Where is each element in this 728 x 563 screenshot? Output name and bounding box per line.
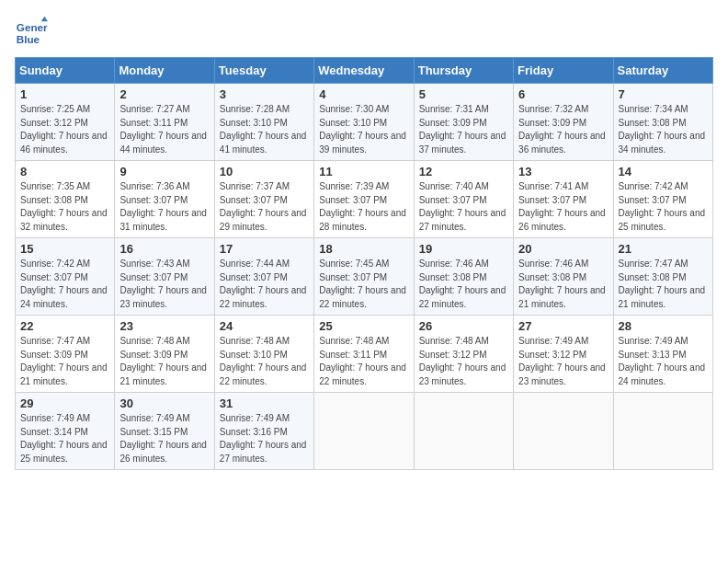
weekday-header: Thursday (414, 58, 513, 84)
calendar-cell: 7 Sunrise: 7:34 AMSunset: 3:08 PMDayligh… (613, 84, 712, 161)
day-info: Sunrise: 7:36 AMSunset: 3:07 PMDaylight:… (119, 181, 207, 232)
day-info: Sunrise: 7:49 AMSunset: 3:12 PMDaylight:… (518, 336, 606, 386)
day-number: 16 (119, 242, 209, 256)
day-info: Sunrise: 7:27 AMSunset: 3:11 PMDaylight:… (119, 104, 207, 155)
day-number: 3 (220, 87, 309, 101)
day-number: 28 (619, 319, 708, 333)
calendar-week-row: 1 Sunrise: 7:25 AMSunset: 3:12 PMDayligh… (16, 84, 713, 161)
calendar-cell: 10 Sunrise: 7:37 AMSunset: 3:07 PMDaylig… (214, 161, 313, 238)
calendar-cell: 18 Sunrise: 7:45 AMSunset: 3:07 PMDaylig… (314, 238, 414, 316)
weekday-header: Saturday (613, 58, 712, 84)
day-number: 26 (419, 319, 508, 333)
calendar-cell: 24 Sunrise: 7:48 AMSunset: 3:10 PMDaylig… (214, 316, 313, 393)
day-number: 23 (119, 319, 209, 333)
calendar-week-row: 8 Sunrise: 7:35 AMSunset: 3:08 PMDayligh… (16, 161, 713, 238)
day-number: 17 (220, 242, 309, 256)
calendar-cell: 26 Sunrise: 7:48 AMSunset: 3:12 PMDaylig… (414, 316, 513, 393)
day-info: Sunrise: 7:48 AMSunset: 3:10 PMDaylight:… (220, 336, 307, 386)
day-number: 11 (319, 165, 408, 178)
calendar-cell: 12 Sunrise: 7:40 AMSunset: 3:07 PMDaylig… (414, 161, 513, 238)
day-number: 4 (319, 87, 408, 101)
day-info: Sunrise: 7:49 AMSunset: 3:15 PMDaylight:… (119, 413, 207, 464)
day-number: 30 (119, 396, 209, 410)
calendar-week-row: 29 Sunrise: 7:49 AMSunset: 3:14 PMDaylig… (16, 393, 713, 470)
day-number: 6 (518, 87, 608, 101)
day-number: 15 (20, 242, 109, 256)
day-info: Sunrise: 7:46 AMSunset: 3:08 PMDaylight:… (518, 259, 606, 309)
day-info: Sunrise: 7:39 AMSunset: 3:07 PMDaylight:… (319, 181, 406, 232)
day-number: 2 (119, 87, 209, 101)
day-number: 21 (619, 242, 708, 256)
weekday-header: Tuesday (214, 58, 313, 84)
day-number: 29 (20, 396, 109, 410)
day-info: Sunrise: 7:48 AMSunset: 3:12 PMDaylight:… (419, 336, 506, 386)
day-info: Sunrise: 7:43 AMSunset: 3:07 PMDaylight:… (119, 259, 207, 309)
calendar-cell (514, 393, 613, 470)
calendar-cell: 30 Sunrise: 7:49 AMSunset: 3:15 PMDaylig… (115, 393, 214, 470)
calendar-cell: 14 Sunrise: 7:42 AMSunset: 3:07 PMDaylig… (613, 161, 712, 238)
weekday-header: Monday (115, 58, 214, 84)
calendar-table: SundayMondayTuesdayWednesdayThursdayFrid… (15, 57, 713, 470)
day-info: Sunrise: 7:44 AMSunset: 3:07 PMDaylight:… (220, 259, 307, 309)
calendar-cell: 4 Sunrise: 7:30 AMSunset: 3:10 PMDayligh… (314, 84, 414, 161)
day-number: 14 (619, 165, 708, 178)
calendar-cell: 27 Sunrise: 7:49 AMSunset: 3:12 PMDaylig… (514, 316, 613, 393)
day-info: Sunrise: 7:45 AMSunset: 3:07 PMDaylight:… (319, 259, 406, 309)
calendar-cell (613, 393, 712, 470)
svg-marker-2 (41, 17, 48, 21)
day-info: Sunrise: 7:49 AMSunset: 3:16 PMDaylight:… (220, 413, 307, 464)
calendar-cell: 19 Sunrise: 7:46 AMSunset: 3:08 PMDaylig… (414, 238, 513, 316)
day-number: 13 (518, 165, 608, 178)
calendar-cell: 11 Sunrise: 7:39 AMSunset: 3:07 PMDaylig… (314, 161, 414, 238)
day-number: 20 (518, 242, 608, 256)
day-number: 1 (20, 87, 109, 101)
logo: General Blue (15, 15, 51, 48)
day-number: 19 (419, 242, 508, 256)
day-info: Sunrise: 7:49 AMSunset: 3:14 PMDaylight:… (20, 413, 108, 464)
calendar-cell: 13 Sunrise: 7:41 AMSunset: 3:07 PMDaylig… (514, 161, 613, 238)
calendar-cell: 29 Sunrise: 7:49 AMSunset: 3:14 PMDaylig… (16, 393, 115, 470)
weekday-header: Friday (514, 58, 613, 84)
calendar-cell: 15 Sunrise: 7:42 AMSunset: 3:07 PMDaylig… (16, 238, 115, 316)
svg-text:General: General (17, 21, 48, 33)
day-info: Sunrise: 7:47 AMSunset: 3:09 PMDaylight:… (20, 336, 108, 386)
calendar-cell: 17 Sunrise: 7:44 AMSunset: 3:07 PMDaylig… (214, 238, 313, 316)
weekday-header: Sunday (16, 58, 115, 84)
day-number: 9 (119, 165, 209, 178)
day-info: Sunrise: 7:31 AMSunset: 3:09 PMDaylight:… (419, 104, 506, 155)
day-info: Sunrise: 7:46 AMSunset: 3:08 PMDaylight:… (419, 259, 506, 309)
day-number: 5 (419, 87, 508, 101)
calendar-cell (414, 393, 513, 470)
calendar-cell: 6 Sunrise: 7:32 AMSunset: 3:09 PMDayligh… (514, 84, 613, 161)
calendar-cell: 9 Sunrise: 7:36 AMSunset: 3:07 PMDayligh… (115, 161, 214, 238)
calendar-cell: 21 Sunrise: 7:47 AMSunset: 3:08 PMDaylig… (613, 238, 712, 316)
day-info: Sunrise: 7:49 AMSunset: 3:13 PMDaylight:… (619, 336, 706, 386)
day-info: Sunrise: 7:41 AMSunset: 3:07 PMDaylight:… (518, 181, 606, 232)
svg-text:Blue: Blue (17, 33, 40, 45)
day-number: 27 (518, 319, 608, 333)
day-number: 12 (419, 165, 508, 178)
day-info: Sunrise: 7:28 AMSunset: 3:10 PMDaylight:… (220, 104, 307, 155)
calendar-body: 1 Sunrise: 7:25 AMSunset: 3:12 PMDayligh… (16, 84, 713, 470)
calendar-cell: 23 Sunrise: 7:48 AMSunset: 3:09 PMDaylig… (115, 316, 214, 393)
day-info: Sunrise: 7:47 AMSunset: 3:08 PMDaylight:… (619, 259, 706, 309)
day-number: 24 (220, 319, 309, 333)
calendar-header-row: SundayMondayTuesdayWednesdayThursdayFrid… (16, 58, 713, 84)
day-info: Sunrise: 7:42 AMSunset: 3:07 PMDaylight:… (619, 181, 706, 232)
calendar-cell: 16 Sunrise: 7:43 AMSunset: 3:07 PMDaylig… (115, 238, 214, 316)
weekday-header: Wednesday (314, 58, 414, 84)
calendar-cell (314, 393, 414, 470)
calendar-week-row: 22 Sunrise: 7:47 AMSunset: 3:09 PMDaylig… (16, 316, 713, 393)
calendar-cell: 5 Sunrise: 7:31 AMSunset: 3:09 PMDayligh… (414, 84, 513, 161)
header: General Blue (15, 15, 713, 48)
calendar-cell: 22 Sunrise: 7:47 AMSunset: 3:09 PMDaylig… (16, 316, 115, 393)
calendar-cell: 25 Sunrise: 7:48 AMSunset: 3:11 PMDaylig… (314, 316, 414, 393)
day-info: Sunrise: 7:32 AMSunset: 3:09 PMDaylight:… (518, 104, 606, 155)
day-info: Sunrise: 7:48 AMSunset: 3:11 PMDaylight:… (319, 336, 406, 386)
calendar-cell: 20 Sunrise: 7:46 AMSunset: 3:08 PMDaylig… (514, 238, 613, 316)
day-number: 25 (319, 319, 408, 333)
day-info: Sunrise: 7:34 AMSunset: 3:08 PMDaylight:… (619, 104, 706, 155)
calendar-week-row: 15 Sunrise: 7:42 AMSunset: 3:07 PMDaylig… (16, 238, 713, 316)
calendar-cell: 1 Sunrise: 7:25 AMSunset: 3:12 PMDayligh… (16, 84, 115, 161)
day-number: 10 (220, 165, 309, 178)
